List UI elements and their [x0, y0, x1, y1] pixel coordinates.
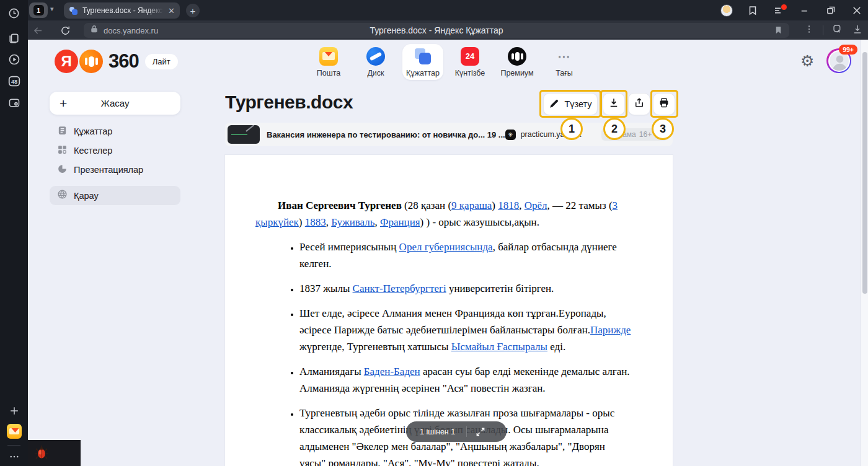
tab-group-badge: 1: [33, 5, 44, 15]
pie-chart-icon: [57, 164, 68, 177]
doc-text: ): [492, 200, 498, 211]
mail-shortcut-icon[interactable]: [7, 424, 22, 439]
divider: [466, 426, 467, 437]
back-icon[interactable]: [30, 23, 45, 38]
logo-360-text: 360: [108, 50, 139, 73]
account-avatar[interactable]: 99+: [826, 48, 851, 73]
bookmarks-icon[interactable]: [746, 4, 759, 17]
mail-app-icon: [319, 47, 338, 66]
doc-text: ) ) - орыс жазушысы,ақын.: [420, 216, 539, 228]
doc-link[interactable]: 1818: [498, 200, 519, 211]
address-bar: docs.yandex.ru Тургенев.docx - Яндекс Құ…: [28, 20, 868, 40]
doc-text: ,: [519, 200, 525, 211]
plan-badge: Лайт: [145, 54, 178, 69]
share-icon: [634, 97, 645, 111]
play-icon[interactable]: [7, 53, 21, 66]
restore-button[interactable]: [825, 4, 837, 17]
annotation-number-1: 1: [560, 118, 583, 140]
app-disk[interactable]: Диск: [355, 44, 396, 80]
doc-text: еді.: [547, 341, 565, 353]
sidebar-item-presentations[interactable]: Презентациялар: [50, 160, 180, 179]
doc-link[interactable]: Санкт-Петербургтегі: [353, 283, 446, 294]
tab-bar: 1 ▾ Тургенев.docx - Яндекс ✕ +: [28, 0, 868, 20]
document-title: Тургенев.docx: [225, 92, 353, 113]
screenshot-icon[interactable]: [7, 96, 21, 110]
tab-close-icon[interactable]: ✕: [168, 6, 175, 15]
doc-text: ,: [326, 216, 332, 228]
app-docs[interactable]: Құжаттар: [402, 44, 443, 80]
doc-text: ,: [374, 216, 380, 228]
bookmark-flag-icon[interactable]: [774, 25, 783, 37]
practicum-logo-icon: ✳: [505, 130, 516, 140]
kebab-menu-icon[interactable]: [804, 24, 814, 37]
doc-link[interactable]: Франция: [380, 216, 420, 228]
docs-favicon: [69, 6, 78, 15]
minimize-button[interactable]: [799, 4, 811, 17]
ad-thumbnail: [228, 125, 260, 144]
app-mail[interactable]: Пошта: [308, 44, 349, 80]
premium-app-icon: [508, 47, 526, 66]
sidebar-item-view[interactable]: Қарау: [50, 186, 180, 205]
page-indicator: 1 ішінен 1: [420, 428, 455, 436]
pages-icon[interactable]: [7, 31, 21, 45]
scrollbar-thumb[interactable]: [862, 52, 867, 294]
menu-icon[interactable]: [773, 4, 785, 17]
close-button[interactable]: [851, 4, 863, 17]
profile-avatar[interactable]: [720, 4, 733, 17]
strip-add-icon[interactable]: [7, 404, 21, 418]
url-text: docs.yandex.ru: [104, 26, 158, 35]
tab-title: Тургенев.docx - Яндекс: [82, 6, 163, 15]
svg-text:48: 48: [11, 79, 17, 85]
new-tab-button[interactable]: +: [186, 4, 200, 17]
browser-tab[interactable]: Тургенев.docx - Яндекс ✕: [64, 2, 180, 19]
doc-link[interactable]: 1883: [305, 216, 326, 228]
grid-icon: [57, 144, 68, 157]
bug-icon: [34, 446, 49, 460]
doc-text: , — 22 тамыз (: [547, 200, 613, 211]
create-button[interactable]: + Жасау: [50, 92, 180, 115]
extensions-icon[interactable]: [832, 24, 843, 37]
globe-icon: [57, 189, 68, 202]
lock-icon: [90, 25, 99, 36]
doc-li: Ресей империясының Орел губерниясында, б…: [299, 239, 634, 272]
doc-link[interactable]: Ысмайыл Ғаспыралы: [451, 341, 547, 353]
annotation-box-1: [539, 90, 601, 118]
disk-app-icon: [366, 47, 385, 66]
tabs-count-badge[interactable]: 48: [7, 74, 21, 88]
doc-link[interactable]: Буживаль: [331, 216, 374, 228]
chevron-down-icon[interactable]: ▾: [50, 5, 54, 13]
app-more[interactable]: ⋯ Тағы: [544, 44, 585, 80]
doc-li: 1837 жылы Санкт-Петербургтегі университе…: [299, 280, 634, 297]
doc-text: ): [299, 216, 305, 228]
yandex-logo-icon: Я: [55, 50, 78, 73]
tab-group-chip[interactable]: 1: [29, 2, 48, 18]
ad-title: Вакансия инженера по тестированию: от но…: [267, 130, 505, 139]
doc-link[interactable]: Орёл: [525, 200, 547, 211]
fullscreen-icon[interactable]: [476, 427, 485, 437]
doc-link[interactable]: Баден-Баден: [364, 366, 420, 377]
gear-icon[interactable]: ⚙: [800, 52, 814, 70]
history-icon[interactable]: [7, 6, 21, 20]
doc-li: Шет елде, әсіресе Алмания менен Францияд…: [299, 305, 634, 355]
url-field[interactable]: docs.yandex.ru Тургенев.docx - Яндекс Құ…: [84, 23, 789, 38]
scrollbar[interactable]: [861, 40, 868, 466]
share-button[interactable]: [628, 93, 650, 115]
doc-text: университетін бітірген.: [446, 283, 554, 294]
app-calendar[interactable]: 24 Күнтізбе: [450, 44, 490, 80]
page-indicator-pill: 1 ішінен 1: [406, 421, 507, 442]
doc-text: Иван Сергеевич Тургенев: [278, 200, 402, 211]
app-premium[interactable]: Премиум: [497, 44, 538, 80]
calendar-app-icon: 24: [461, 47, 479, 66]
menu-notification-dot: [781, 4, 787, 10]
downloads-icon[interactable]: [852, 24, 863, 37]
sidebar-item-documents[interactable]: Құжаттар: [50, 122, 180, 141]
yandex360-logo[interactable]: Я 360 Лайт: [55, 49, 178, 74]
doc-link[interactable]: Орел губерниясында: [399, 241, 493, 253]
strip-more-icon[interactable]: [7, 450, 21, 464]
doc-p: Иван Сергеевич Тургенев (28 қазан (9 қар…: [255, 197, 634, 231]
sidebar-item-tables[interactable]: Кестелер: [50, 141, 180, 160]
doc-link[interactable]: Парижде: [590, 324, 631, 336]
document-page: Иван Сергеевич Тургенев (28 қазан (9 қар…: [225, 155, 673, 466]
reload-icon[interactable]: [58, 23, 73, 38]
doc-link[interactable]: 9 қараша: [451, 200, 492, 211]
